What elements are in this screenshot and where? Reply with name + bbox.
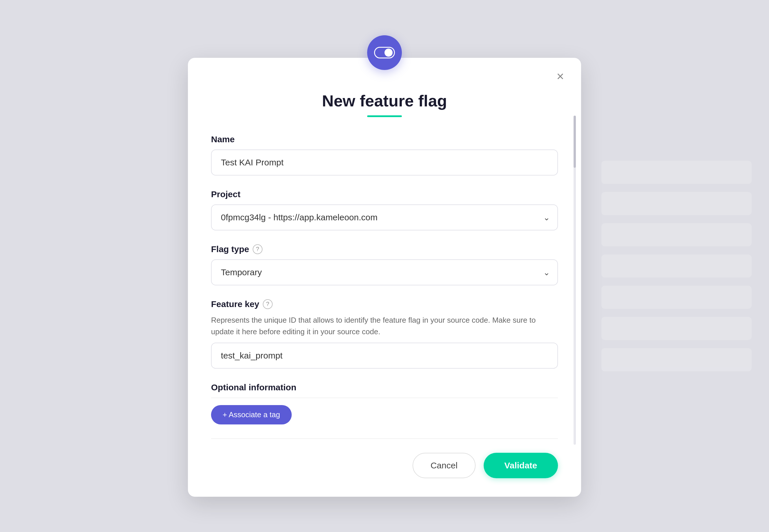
toggle-icon xyxy=(374,47,395,58)
project-field-group: Project 0fpmcg34lg - https://app.kameleo… xyxy=(211,189,558,230)
feature-key-help-icon[interactable]: ? xyxy=(263,299,273,309)
flag-type-label: Flag type xyxy=(211,244,249,254)
flag-type-select-wrapper: Temporary Permanent ⌄ xyxy=(211,259,558,285)
project-select[interactable]: 0fpmcg34lg - https://app.kameleoon.com xyxy=(211,204,558,230)
project-select-wrapper: 0fpmcg34lg - https://app.kameleoon.com ⌄ xyxy=(211,204,558,230)
optional-divider xyxy=(211,398,558,398)
feature-key-description: Represents the unique ID that allows to … xyxy=(211,314,558,338)
scrollbar-thumb xyxy=(574,116,576,168)
name-input[interactable] xyxy=(211,149,558,176)
feature-key-field-group: Feature key ? Represents the unique ID t… xyxy=(211,299,558,369)
modal-title: New feature flag xyxy=(211,91,558,110)
name-field-group: Name xyxy=(211,134,558,176)
name-label: Name xyxy=(211,134,558,144)
modal-backdrop: × New feature flag Name Project 0fpmcg34… xyxy=(0,0,769,532)
project-label: Project xyxy=(211,189,558,199)
title-underline xyxy=(367,115,402,117)
close-button[interactable]: × xyxy=(552,68,568,84)
flag-type-select[interactable]: Temporary Permanent xyxy=(211,259,558,285)
feature-key-input[interactable] xyxy=(211,343,558,369)
modal-scrollbar[interactable] xyxy=(574,116,576,445)
flag-type-field-group: Flag type ? Temporary Permanent ⌄ xyxy=(211,244,558,285)
flag-type-help-icon[interactable]: ? xyxy=(253,244,263,254)
new-feature-flag-modal: × New feature flag Name Project 0fpmcg34… xyxy=(188,58,581,497)
optional-info-group: Optional information + Associate a tag xyxy=(211,383,558,424)
feature-key-label-row: Feature key ? xyxy=(211,299,558,309)
modal-container: × New feature flag Name Project 0fpmcg34… xyxy=(188,35,581,497)
modal-footer: Cancel Validate xyxy=(211,438,558,478)
feature-key-label: Feature key xyxy=(211,299,259,309)
modal-header-icon xyxy=(367,35,402,70)
optional-info-label: Optional information xyxy=(211,383,558,392)
validate-button[interactable]: Validate xyxy=(484,453,558,478)
associate-tag-button[interactable]: + Associate a tag xyxy=(211,405,292,424)
cancel-button[interactable]: Cancel xyxy=(413,453,475,478)
background-list xyxy=(601,161,752,371)
flag-type-label-row: Flag type ? xyxy=(211,244,558,254)
